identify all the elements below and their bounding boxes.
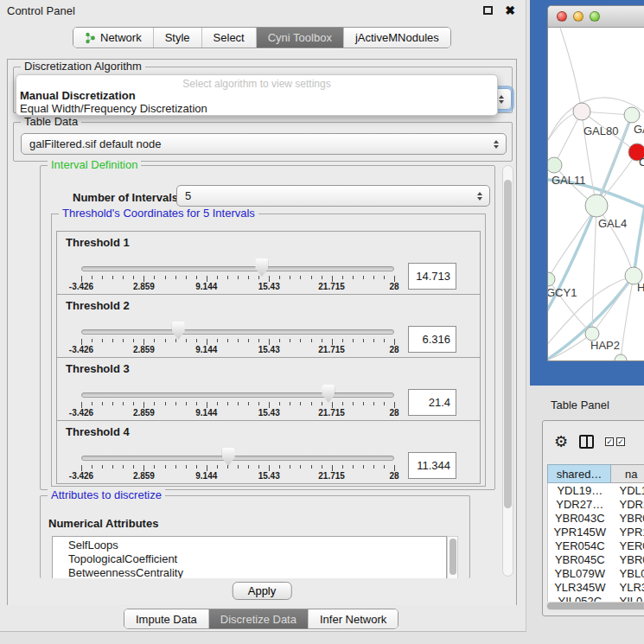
tick-mark — [258, 465, 259, 469]
tick-mark — [133, 276, 134, 279]
table-row[interactable]: YPR145WYPR1 — [548, 525, 644, 539]
table-row[interactable]: YLR345WYLR3 — [548, 580, 644, 594]
tick-mark — [186, 402, 187, 405]
minimize-traffic-light-icon[interactable] — [573, 11, 583, 22]
tick-mark — [165, 276, 166, 279]
cell-name[interactable]: YIL0 — [612, 595, 644, 603]
dropdown-option-equal-width-frequency[interactable]: Equal Width/Frequency Discretization — [20, 102, 207, 115]
dropdown-option-manual-discretization[interactable]: Manual Discretization — [20, 89, 136, 102]
cell-name[interactable]: YDR2 — [612, 498, 644, 511]
node-gcy1[interactable] — [548, 272, 555, 286]
tick-label: 15.43 — [258, 345, 280, 354]
checkbox-icon[interactable]: ✓ — [616, 437, 625, 446]
tab-infer-network[interactable]: Infer Network — [308, 609, 398, 628]
split-panel-icon[interactable] — [579, 435, 594, 449]
network-nodes[interactable] — [548, 103, 644, 361]
attribute-item[interactable]: BetweennessCentrality — [68, 566, 446, 579]
tab-network[interactable]: Network — [73, 28, 153, 48]
node-bottom[interactable] — [615, 354, 627, 361]
cell-shared-name[interactable]: YPR145W — [548, 526, 612, 539]
close-icon[interactable]: ✖ — [505, 6, 515, 15]
number-of-intervals-combobox[interactable]: 5 — [176, 185, 490, 207]
attributes-to-discretize-group: Attributes to discretize Numerical Attri… — [40, 495, 470, 578]
slider-thumb[interactable] — [172, 322, 185, 340]
tick-mark — [248, 276, 249, 279]
table-row[interactable]: YDR27…YDR2 — [548, 497, 644, 511]
horizontal-scrollbar[interactable] — [546, 602, 644, 610]
slider-track[interactable] — [81, 329, 394, 335]
scrollbar-thumb[interactable] — [547, 603, 644, 609]
cell-shared-name[interactable]: YIL052C — [548, 595, 612, 603]
cell-shared-name[interactable]: YBL079W — [548, 567, 612, 580]
slider-thumb[interactable] — [255, 258, 268, 277]
table-data-combobox[interactable]: galFiltered.sif default node — [21, 133, 507, 155]
close-traffic-light-icon[interactable] — [557, 11, 567, 22]
threshold-value-field[interactable]: 11.344 — [408, 452, 456, 479]
tab-style[interactable]: Style — [153, 28, 201, 48]
tick-mark — [154, 465, 155, 469]
gear-icon[interactable]: ⚙ — [554, 432, 568, 451]
threshold-value-field[interactable]: 21.4 — [408, 389, 456, 416]
threshold-value-field[interactable]: 6.316 — [408, 326, 456, 353]
tick-mark — [238, 276, 239, 279]
node-gal11[interactable] — [548, 157, 562, 173]
column-header-shared-name[interactable]: shared… — [547, 464, 611, 483]
cell-shared-name[interactable]: YLR345W — [548, 581, 612, 594]
cell-name[interactable]: YBR0 — [612, 512, 644, 525]
threshold-panel: Threshold 4 -3.4262.8599.14415.4321.7152… — [56, 420, 481, 484]
table-row[interactable]: YBR043CYBR0 — [548, 511, 644, 525]
table-row[interactable]: YER054CYER0 — [548, 539, 644, 552]
attribute-item[interactable]: SelfLoops — [68, 539, 446, 552]
numerical-attributes-list[interactable]: SelfLoopsTopologicalCoefficientBetweenne… — [52, 536, 447, 579]
attribute-item[interactable]: TopologicalCoefficient — [68, 552, 446, 566]
apply-button[interactable]: Apply — [233, 582, 292, 600]
cell-name[interactable]: YBL0 — [612, 567, 644, 580]
cell-shared-name[interactable]: YBR045C — [548, 553, 612, 566]
node-gal80[interactable] — [573, 103, 590, 120]
float-window-icon[interactable] — [483, 6, 493, 15]
slider-track[interactable] — [81, 456, 394, 461]
cell-shared-name[interactable]: YER054C — [548, 539, 612, 552]
cell-shared-name[interactable]: YDL19… — [548, 484, 612, 497]
tick-mark — [217, 465, 218, 469]
cell-shared-name[interactable]: YBR043C — [548, 512, 612, 525]
table-row[interactable]: YDL19…YDL1 — [548, 483, 644, 497]
tick-mark — [269, 339, 270, 345]
tick-mark — [384, 339, 385, 342]
checkbox-icon[interactable]: ✓ — [605, 437, 614, 446]
tab-jactivemnodules[interactable]: jActiveMNodules — [343, 28, 450, 48]
tab-select[interactable]: Select — [201, 28, 256, 48]
tick-mark — [353, 465, 354, 469]
node-gal4[interactable] — [585, 194, 608, 217]
network-graph-canvas[interactable]: GAL80 GA C GAL11 GAL4 GCY1 H HAP2 — [548, 28, 644, 361]
list-scrollbar[interactable] — [447, 536, 458, 579]
zoom-traffic-light-icon[interactable] — [590, 11, 600, 22]
table-row[interactable]: YBR045CYBR0 — [548, 552, 644, 566]
scrollbar-thumb[interactable] — [504, 180, 512, 508]
column-header-name[interactable]: na — [611, 464, 644, 483]
cell-name[interactable]: YBR0 — [612, 553, 644, 566]
cell-name[interactable]: YPR1 — [612, 526, 644, 539]
slider-thumb[interactable] — [322, 385, 335, 403]
tick-mark — [353, 402, 354, 405]
table-row[interactable]: YBL079WYBL0 — [548, 566, 644, 580]
slider-track[interactable] — [81, 392, 394, 398]
tab-impute-data[interactable]: Impute Data — [124, 609, 208, 628]
table-row[interactable]: YIL052CYIL0 — [548, 594, 644, 602]
threshold-value-field[interactable]: 14.713 — [408, 263, 456, 290]
cell-name[interactable]: YDL1 — [612, 484, 644, 497]
cell-name[interactable]: YER0 — [612, 539, 644, 552]
table-header-row: shared… na — [547, 464, 644, 483]
scrollbar-thumb[interactable] — [450, 539, 456, 575]
tab-discretize-data[interactable]: Discretize Data — [208, 609, 308, 628]
cell-name[interactable]: YLR3 — [612, 581, 644, 594]
cell-shared-name[interactable]: YDR27… — [548, 498, 612, 511]
slider-track[interactable] — [81, 266, 394, 271]
tick-mark — [311, 465, 312, 469]
slider-thumb[interactable] — [222, 448, 235, 466]
tick-mark — [207, 276, 207, 282]
node-top-right[interactable] — [624, 107, 640, 123]
tick-label: 21.715 — [318, 282, 345, 291]
tab-cyni-toolbox[interactable]: Cyni Toolbox — [256, 28, 343, 48]
vertical-scrollbar[interactable] — [502, 165, 513, 577]
